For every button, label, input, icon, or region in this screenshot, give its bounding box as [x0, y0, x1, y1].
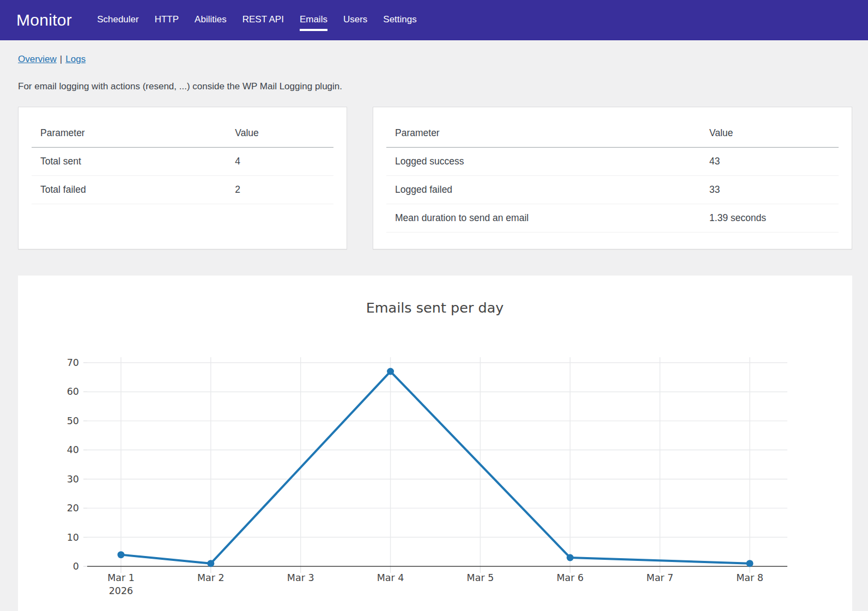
param-cell: Logged failed [386, 176, 701, 204]
app-brand: Monitor [16, 11, 72, 29]
chart-card: Emails sent per day Mar 12026Mar 2Mar 3M… [18, 276, 852, 611]
nav-item-rest-api[interactable]: REST API [242, 10, 284, 31]
data-point [567, 554, 574, 561]
stats-row: Parameter Value Total sent 4 Total faile… [18, 107, 852, 249]
value-cell: 1.39 seconds [701, 204, 839, 233]
x-tick-label: Mar 6 [556, 572, 584, 583]
breadcrumb-link-overview[interactable]: Overview [18, 54, 57, 64]
column-header-parameter: Parameter [386, 120, 701, 148]
column-header-value: Value [226, 120, 333, 148]
param-cell: Logged success [386, 148, 701, 176]
table-row: Total failed 2 [32, 176, 333, 204]
value-cell: 2 [226, 176, 333, 204]
breadcrumb: Overview|Logs [18, 54, 852, 65]
nav-item-abilities[interactable]: Abilities [195, 10, 227, 31]
data-line [121, 371, 750, 564]
nav-item-emails[interactable]: Emails [300, 10, 327, 31]
chart-ticks [83, 363, 750, 573]
logged-card: Parameter Value Logged success 43 Logged… [373, 107, 852, 249]
data-point [118, 551, 125, 558]
x-tick-label: Mar 2 [197, 572, 224, 583]
x-tick-label: Mar 4 [377, 572, 404, 583]
x-tick-label: Mar 1 [107, 572, 135, 583]
main-nav: Scheduler HTTP Abilities REST API Emails… [97, 10, 417, 31]
totals-card: Parameter Value Total sent 4 Total faile… [18, 107, 347, 249]
table-header-row: Parameter Value [32, 120, 333, 148]
chart-title: Emails sent per day [366, 300, 504, 316]
intro-text: For email logging with actions (resend, … [18, 81, 852, 92]
x-tick-label: Mar 5 [467, 572, 494, 583]
x-tick-label: Mar 7 [646, 572, 673, 583]
x-tick-label: Mar 8 [736, 572, 763, 583]
app-header: Monitor Scheduler HTTP Abilities REST AP… [0, 0, 868, 40]
column-header-value: Value [701, 120, 839, 148]
page-content: Overview|Logs For email logging with act… [0, 54, 868, 611]
nav-item-http[interactable]: HTTP [155, 10, 179, 31]
table-row: Mean duration to send an email 1.39 seco… [386, 204, 839, 233]
y-tick-label: 60 [67, 386, 79, 397]
table-row: Logged success 43 [386, 148, 839, 176]
column-header-parameter: Parameter [32, 120, 226, 148]
data-point [746, 560, 754, 567]
param-cell: Mean duration to send an email [386, 204, 701, 233]
data-point [387, 368, 394, 375]
breadcrumb-link-logs[interactable]: Logs [65, 54, 86, 64]
nav-item-settings[interactable]: Settings [383, 10, 416, 31]
logged-table: Parameter Value Logged success 43 Logged… [386, 120, 839, 233]
table-header-row: Parameter Value [386, 120, 839, 148]
value-cell: 33 [701, 176, 839, 204]
x-tick-label: Mar 3 [287, 572, 314, 583]
y-tick-label: 30 [67, 474, 79, 485]
totals-table: Parameter Value Total sent 4 Total faile… [32, 120, 333, 204]
param-cell: Total failed [32, 176, 226, 204]
y-tick-label: 0 [73, 561, 79, 572]
nav-item-scheduler[interactable]: Scheduler [97, 10, 139, 31]
param-cell: Total sent [32, 148, 226, 176]
y-tick-label: 50 [67, 416, 79, 426]
nav-item-users[interactable]: Users [343, 10, 367, 31]
x-tick-sublabel: 2026 [109, 585, 133, 596]
y-tick-label: 70 [67, 357, 79, 368]
table-row: Logged failed 33 [386, 176, 839, 204]
data-point [207, 560, 214, 567]
y-tick-label: 40 [67, 444, 79, 455]
value-cell: 4 [226, 148, 333, 176]
breadcrumb-separator: | [60, 54, 62, 64]
chart-gridlines [87, 357, 787, 566]
emails-line-chart: Emails sent per day Mar 12026Mar 2Mar 3M… [18, 276, 852, 611]
y-tick-label: 20 [67, 503, 79, 514]
y-tick-label: 10 [67, 532, 79, 543]
value-cell: 43 [701, 148, 839, 176]
table-row: Total sent 4 [32, 148, 333, 176]
